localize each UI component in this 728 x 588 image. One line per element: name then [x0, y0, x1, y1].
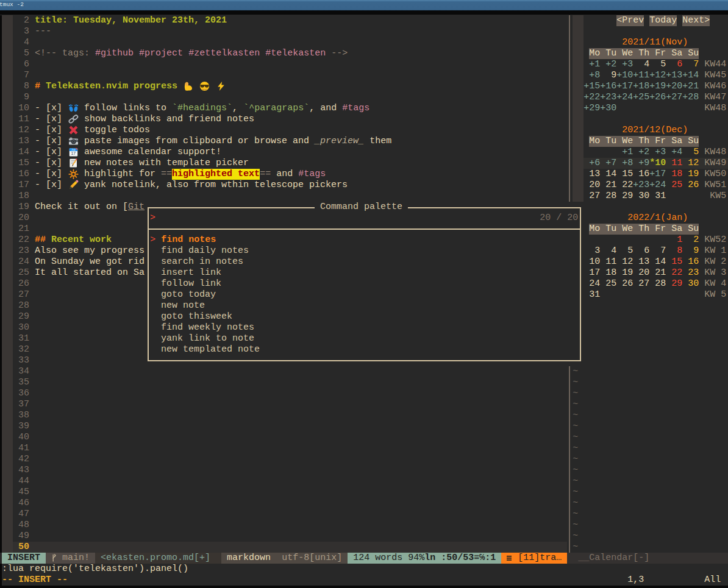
svg-text:17: 17: [71, 151, 76, 155]
